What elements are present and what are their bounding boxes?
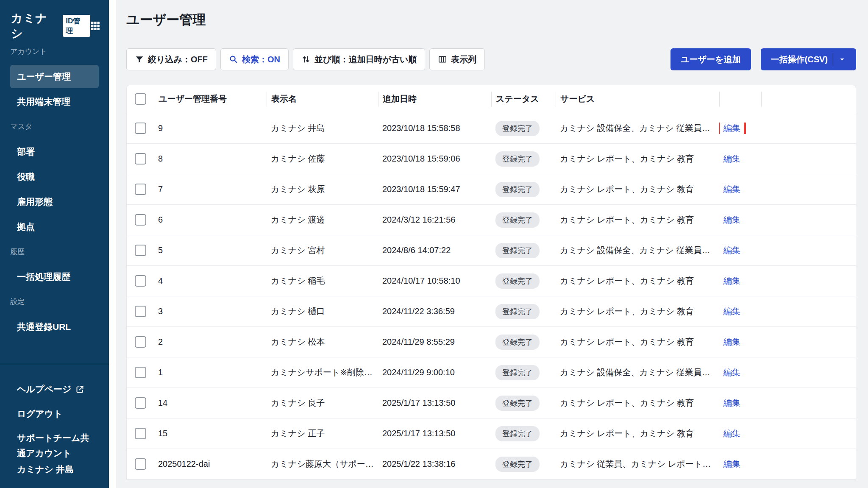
sidebar-nav: アカウントユーザー管理共用端末管理マスタ部署役職雇用形態拠点履歴一括処理履歴設定… bbox=[0, 39, 109, 339]
sidebar-item-location[interactable]: 拠点 bbox=[10, 215, 99, 238]
sidebar-item-employment-type[interactable]: 雇用形態 bbox=[10, 190, 99, 213]
sort-order-button[interactable]: 並び順：追加日時が古い順 bbox=[293, 48, 425, 70]
col-header-status: ステータス bbox=[491, 92, 556, 107]
row-services: カミナシ レポート、カミナシ 教育 bbox=[556, 275, 719, 287]
brand-logo: カミナシ ID管理 bbox=[0, 13, 109, 39]
account-name: サポートチーム共通アカウント bbox=[17, 430, 95, 461]
row-checkbox[interactable] bbox=[135, 184, 146, 195]
sidebar-item-position[interactable]: 役職 bbox=[10, 165, 99, 188]
account-block: サポートチーム共通アカウント カミナシ 井島 bbox=[10, 426, 99, 477]
row-checkbox[interactable] bbox=[135, 397, 146, 409]
row-id: 6 bbox=[154, 215, 267, 225]
table-row: 8 カミナシ 佐藤 2023/10/18 15:59:06 登録完了 カミナシ … bbox=[127, 144, 856, 174]
table-row: 4 カミナシ 稲毛 2024/10/17 10:58:10 登録完了 カミナシ … bbox=[127, 266, 856, 296]
row-name: カミナシ 樋口 bbox=[267, 306, 378, 317]
add-user-button[interactable]: ユーザーを追加 bbox=[670, 48, 751, 70]
col-header-services: サービス bbox=[556, 92, 719, 107]
edit-link[interactable]: 編集 bbox=[723, 184, 740, 194]
row-added: 2024/11/29 9:00:10 bbox=[378, 368, 491, 377]
table-row: 7 カミナシ 萩原 2023/10/18 15:59:47 登録完了 カミナシ … bbox=[127, 174, 856, 205]
row-status-cell: 登録完了 bbox=[491, 182, 556, 197]
row-checkbox[interactable] bbox=[135, 336, 146, 348]
sidebar-section-label: アカウント bbox=[0, 39, 109, 64]
button-divider bbox=[833, 53, 833, 66]
status-badge: 登録完了 bbox=[495, 273, 540, 289]
edit-link[interactable]: 編集 bbox=[723, 245, 740, 255]
user-table: ユーザー管理番号 表示名 追加日時 ステータス サービス 9 カミナシ 井島 2… bbox=[126, 85, 856, 480]
app-root: カミナシ ID管理 アカウントユーザー管理共用端末管理マスタ部署役職雇用形態拠点… bbox=[0, 0, 868, 488]
edit-link[interactable]: 編集 bbox=[723, 215, 740, 224]
row-name: カミナシ 渡邊 bbox=[267, 214, 378, 226]
row-status-cell: 登録完了 bbox=[491, 457, 556, 472]
row-added: 2025/1/22 13:38:16 bbox=[378, 459, 491, 469]
row-services: カミナシ 従業員、カミナシ レポート、… bbox=[556, 458, 719, 470]
row-services: カミナシ レポート、カミナシ 教育 bbox=[556, 428, 719, 439]
row-status-cell: 登録完了 bbox=[491, 151, 556, 167]
sidebar-item-common-registration-url[interactable]: 共通登録URL bbox=[10, 315, 99, 338]
row-services: カミナシ レポート、カミナシ 教育 bbox=[556, 306, 719, 317]
sidebar-item-logout[interactable]: ログアウト bbox=[10, 402, 99, 426]
row-checkbox[interactable] bbox=[135, 153, 146, 165]
filter-button[interactable]: 絞り込み：OFF bbox=[126, 48, 216, 70]
row-name: カミナシ 松本 bbox=[267, 336, 378, 348]
row-services: カミナシ 設備保全、カミナシ 従業員… bbox=[556, 245, 719, 256]
bulk-operation-csv-button[interactable]: 一括操作(CSV) bbox=[761, 48, 856, 70]
row-checkbox[interactable] bbox=[135, 214, 146, 226]
row-checkbox[interactable] bbox=[135, 428, 146, 439]
row-checkbox[interactable] bbox=[135, 458, 146, 470]
edit-link[interactable]: 編集 bbox=[723, 459, 740, 468]
row-added: 2025/1/17 13:13:50 bbox=[378, 398, 491, 408]
row-edit-cell: 編集 bbox=[719, 397, 761, 409]
row-services: カミナシ 設備保全、カミナシ 従業員… bbox=[556, 123, 719, 134]
brand-name: カミナシ bbox=[11, 11, 59, 41]
edit-link[interactable]: 編集 bbox=[723, 123, 740, 133]
row-status-cell: 登録完了 bbox=[491, 212, 556, 228]
row-select-cell bbox=[127, 153, 154, 165]
row-checkbox[interactable] bbox=[135, 367, 146, 378]
row-id: 9 bbox=[154, 123, 267, 133]
row-id: 4 bbox=[154, 276, 267, 286]
row-checkbox[interactable] bbox=[135, 306, 146, 317]
edit-link[interactable]: 編集 bbox=[723, 154, 740, 163]
brand-badge: ID管理 bbox=[63, 15, 90, 37]
row-checkbox[interactable] bbox=[135, 275, 146, 287]
sidebar-item-shared-device-management[interactable]: 共用端末管理 bbox=[10, 90, 99, 113]
edit-link[interactable]: 編集 bbox=[723, 368, 740, 377]
row-status-cell: 登録完了 bbox=[491, 243, 556, 258]
sidebar-item-help-page[interactable]: ヘルプページ bbox=[10, 377, 99, 402]
sidebar-item-bulk-history[interactable]: 一括処理履歴 bbox=[10, 265, 99, 288]
row-added: 2025/1/17 13:13:50 bbox=[378, 429, 491, 438]
row-select-cell bbox=[127, 245, 154, 256]
select-all-checkbox[interactable] bbox=[135, 93, 146, 105]
row-id: 8 bbox=[154, 154, 267, 164]
edit-link[interactable]: 編集 bbox=[723, 337, 740, 346]
sidebar-item-user-management[interactable]: ユーザー管理 bbox=[10, 65, 99, 88]
sidebar-item-department[interactable]: 部署 bbox=[10, 140, 99, 163]
status-badge: 登録完了 bbox=[495, 182, 540, 197]
sidebar-gutter bbox=[109, 0, 117, 488]
row-name: カミナシ 宮村 bbox=[267, 245, 378, 256]
row-select-cell bbox=[127, 184, 154, 195]
grid-apps-icon[interactable] bbox=[90, 21, 100, 31]
edit-link[interactable]: 編集 bbox=[723, 398, 740, 407]
table-row: 5 カミナシ 宮村 2024/8/6 14:07:22 登録完了 カミナシ 設備… bbox=[127, 235, 856, 266]
row-name: カミナシ 稲毛 bbox=[267, 275, 378, 287]
row-services: カミナシ 設備保全、カミナシ 従業員… bbox=[556, 367, 719, 378]
display-columns-button[interactable]: 表示列 bbox=[429, 48, 485, 70]
edit-link[interactable]: 編集 bbox=[723, 276, 740, 285]
row-checkbox[interactable] bbox=[135, 123, 146, 134]
status-badge: 登録完了 bbox=[495, 151, 540, 167]
search-button[interactable]: 検索：ON bbox=[220, 48, 289, 70]
edit-link[interactable]: 編集 bbox=[723, 307, 740, 316]
edit-link[interactable]: 編集 bbox=[723, 429, 740, 438]
row-edit-cell: 編集 bbox=[719, 336, 761, 348]
filter-button-label: 絞り込み：OFF bbox=[148, 54, 208, 65]
table-row: 20250122-dai カミナシ藤原大（サポー… 2025/1/22 13:3… bbox=[127, 449, 856, 480]
row-edit-cell: 編集 bbox=[719, 428, 761, 439]
toolbar: 絞り込み：OFF 検索：ON 並び順：追加日時が古い順 bbox=[126, 48, 856, 70]
status-badge: 登録完了 bbox=[495, 426, 540, 441]
row-checkbox[interactable] bbox=[135, 245, 146, 256]
row-edit-cell: 編集 bbox=[719, 214, 761, 226]
columns-icon bbox=[438, 55, 447, 64]
status-badge: 登録完了 bbox=[495, 457, 540, 472]
